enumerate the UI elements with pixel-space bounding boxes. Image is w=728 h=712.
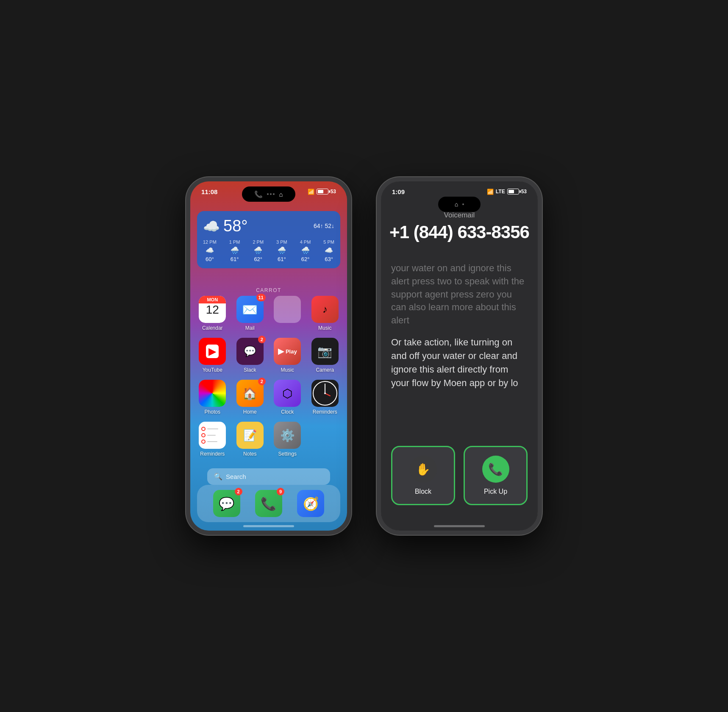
dynamic-island-right: ⌂ <box>438 197 481 212</box>
app-music[interactable]: ♪ Music <box>310 296 341 331</box>
play-label: Play <box>286 348 297 355</box>
di-dot-2 <box>270 193 272 195</box>
section-label: CARROT <box>190 287 347 293</box>
di-voicemail-icon: ⌂ <box>279 191 283 198</box>
hour-temp-3: 61° <box>278 256 286 262</box>
reminders-dot-1 <box>201 427 206 431</box>
hour-temp-4: 62° <box>301 256 310 262</box>
weather-left: ☁️ 58° <box>203 217 247 235</box>
battery-fill-right <box>508 190 514 193</box>
hour-label-2: 2 PM <box>253 239 264 245</box>
app-camera[interactable]: 📷 Camera <box>310 338 341 373</box>
app-label-photos: Photos <box>205 409 220 415</box>
voicemail-actions: ✋ Block 📞 Pick Up <box>391 446 528 505</box>
search-icon: 🔍 <box>214 473 222 481</box>
weather-hourly: 12 PM ☁️ 60° 1 PM 🌧️ 61° 2 PM 🌧️ 62° 3 P… <box>203 239 334 262</box>
battery-icon <box>317 189 328 195</box>
app-calendar[interactable]: MON 12 Calendar <box>197 296 228 331</box>
app-reminders[interactable]: Reminders <box>197 422 228 457</box>
safari-icon: 🧭 <box>303 496 319 511</box>
hour-label-1: 1 PM <box>229 239 240 245</box>
dock-messages[interactable]: 💬 2 <box>213 490 240 517</box>
reminders-line-2 <box>207 435 216 436</box>
left-phone: 11:08 📶 53 📞 ⌂ ☁️ <box>186 177 351 535</box>
svg-point-3 <box>324 392 326 394</box>
app-label-settings: Settings <box>278 451 297 457</box>
transcript-faded: your water on and ignore this alert pres… <box>391 262 528 327</box>
home-indicator <box>243 525 294 527</box>
app-play[interactable]: ▶ Play Music <box>272 338 303 373</box>
pickup-label: Pick Up <box>484 488 507 495</box>
wifi-icon: 📶 <box>308 189 314 195</box>
phone-icon-container: 📞 9 <box>255 490 282 517</box>
hour-icon-0: ☁️ <box>206 246 214 254</box>
app-home[interactable]: 🏠 2 Home <box>235 380 266 415</box>
block-button[interactable]: ✋ Block <box>391 446 455 505</box>
notes-icon: 📝 <box>243 429 257 442</box>
hour-label-0: 12 PM <box>203 239 217 245</box>
phone-badge: 9 <box>277 488 284 495</box>
weather-widget[interactable]: ☁️ 58° 64↑ 52↓ 12 PM ☁️ 60° 1 PM 🌧️ 61° <box>197 211 340 268</box>
search-bar[interactable]: 🔍 Search <box>207 468 330 485</box>
app-placeholder[interactable] <box>272 296 303 331</box>
weather-high: 64↑ 52↓ <box>314 222 334 231</box>
home-icon: 🏠 <box>242 387 257 400</box>
voicemail-number: +1 (844) 633-8356 <box>381 222 538 242</box>
youtube-icon: ▶ <box>206 345 219 358</box>
app-label-youtube: YouTube <box>203 367 222 373</box>
app-notes[interactable]: 📝 Notes <box>235 422 266 457</box>
weather-hilow: 64↑ 52↓ <box>314 222 334 231</box>
app-label-slack: Slack <box>244 367 256 373</box>
shortcuts-icon: ⬡ <box>282 387 292 400</box>
pickup-icon: 📞 <box>488 462 503 476</box>
voicemail-transcript: your water on and ignore this alert pres… <box>391 262 528 390</box>
play-icon: ▶ <box>278 347 284 356</box>
hour-label-4: 4 PM <box>300 239 311 245</box>
hour-icon-2: 🌧️ <box>254 246 262 254</box>
right-phone: 1:09 ⌂ 📶 LTE 53 Voicemail + <box>377 177 542 535</box>
hour-temp-1: 61° <box>231 256 239 262</box>
di-dots <box>267 193 275 195</box>
status-time: 11:08 <box>201 188 217 195</box>
app-photos[interactable]: Photos <box>197 380 228 415</box>
weather-top: ☁️ 58° 64↑ 52↓ <box>203 217 334 235</box>
hour-icon-3: 🌧️ <box>278 246 286 254</box>
app-label-mail: Mail <box>245 325 255 331</box>
home-badge: 2 <box>258 378 266 385</box>
di-dots-right <box>462 203 464 205</box>
app-mail[interactable]: ✉️ 11 Mail <box>235 296 266 331</box>
hour-label-3: 3 PM <box>276 239 287 245</box>
pickup-button[interactable]: 📞 Pick Up <box>464 446 528 505</box>
lte-label: LTE <box>496 189 505 195</box>
di-dot-r1 <box>462 203 464 205</box>
pickup-icon-container: 📞 <box>482 456 509 483</box>
app-label-calendar: Calendar <box>202 325 223 331</box>
app-label-clock: Reminders <box>313 409 337 415</box>
settings-icon: ⚙️ <box>280 428 295 442</box>
app-youtube[interactable]: ▶ YouTube <box>197 338 228 373</box>
call-icon: 📞 <box>254 190 263 198</box>
reminders-line-3 <box>207 441 217 442</box>
app-settings[interactable]: ⚙️ Settings <box>272 422 303 457</box>
hour-label-5: 5 PM <box>323 239 334 245</box>
di-voicemail-right: ⌂ <box>455 201 458 208</box>
weather-hour-2: 2 PM 🌧️ 62° <box>253 239 264 262</box>
weather-hour-0: 12 PM ☁️ 60° <box>203 239 217 262</box>
slack-badge: 2 <box>258 336 266 343</box>
dock-safari[interactable]: 🧭 <box>297 490 324 517</box>
messages-icon: 💬 <box>219 496 234 511</box>
status-bar-right: 1:09 ⌂ 📶 LTE 53 <box>381 187 538 196</box>
app-label-home: Home <box>243 409 257 415</box>
battery-fill <box>318 190 323 193</box>
dynamic-island[interactable]: 📞 ⌂ <box>242 186 295 202</box>
search-placeholder: Search <box>226 473 246 480</box>
app-clock[interactable]: Reminders <box>310 380 341 415</box>
block-icon: ✋ <box>416 462 431 476</box>
dock-phone[interactable]: 📞 9 <box>255 490 282 517</box>
reminders-dot-3 <box>201 439 206 444</box>
battery-percent: 53 <box>331 189 336 195</box>
phone-icon: 📞 <box>261 496 276 511</box>
hour-temp-5: 63° <box>325 256 333 262</box>
app-shortcuts[interactable]: ⬡ Clock <box>272 380 303 415</box>
app-slack[interactable]: 💬 2 Slack <box>235 338 266 373</box>
